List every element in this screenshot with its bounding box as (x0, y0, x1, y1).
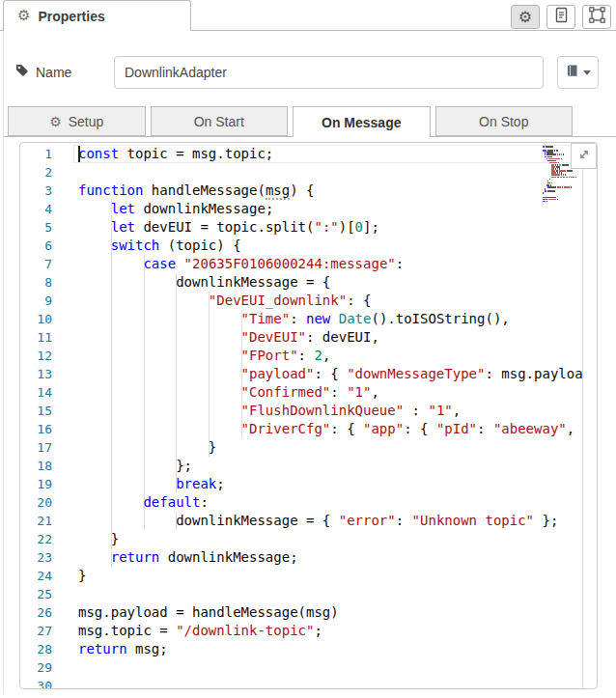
line-number[interactable]: 22 (20, 530, 52, 548)
minimap-bar (543, 201, 546, 203)
tab-label: On Start (194, 114, 244, 129)
minimap-line (543, 192, 544, 194)
code-line[interactable] (78, 677, 582, 689)
code-line[interactable]: let downlinkMessage; (78, 200, 582, 218)
minimap-bar (571, 177, 574, 179)
code-line[interactable] (78, 658, 582, 677)
code-line[interactable]: "Confirmed": "1", (78, 383, 582, 402)
code-text: msg.topic = "/downlink-topic"; (78, 623, 322, 638)
code-text: function handleMessage(msg) { (78, 182, 314, 198)
minimap-bar (546, 146, 553, 148)
line-number[interactable]: 24 (20, 567, 52, 585)
line-number[interactable]: 20 (20, 493, 52, 512)
line-number[interactable]: 18 (20, 457, 52, 475)
line-number[interactable]: 26 (20, 603, 52, 622)
library-button[interactable] (557, 56, 599, 89)
code-text: return downlinkMessage; (78, 549, 298, 565)
code-line[interactable] (78, 163, 582, 181)
code-line[interactable]: return msg; (78, 640, 582, 658)
properties-button[interactable]: ⚙ (511, 5, 540, 29)
line-number[interactable]: 7 (20, 255, 52, 273)
code-line[interactable]: } (78, 567, 582, 585)
code-line[interactable]: msg.payload = handleMessage(msg) (78, 603, 582, 622)
code-line[interactable]: break; (78, 475, 582, 493)
code-line[interactable]: "DriverCfg": { "app": { "pId": "abeeway"… (78, 420, 582, 438)
line-number[interactable]: 13 (20, 365, 52, 383)
code-line[interactable]: downlinkMessage = { "error": "Unknown to… (78, 512, 582, 530)
line-number[interactable]: 21 (20, 512, 52, 530)
code-line[interactable]: return downlinkMessage; (78, 548, 582, 567)
tab-on-start[interactable]: On Start (151, 106, 289, 136)
line-number[interactable]: 19 (20, 475, 52, 493)
line-number[interactable]: 11 (20, 328, 52, 347)
appearance-button[interactable] (582, 5, 611, 29)
code-line[interactable]: default: (78, 493, 582, 512)
function-tabs: ⚙SetupOn StartOn MessageOn Stop (8, 106, 573, 136)
expand-icon (576, 147, 592, 165)
properties-tab[interactable]: ⚙ Properties (3, 0, 191, 31)
code-line[interactable]: msg.topic = "/downlink-topic"; (78, 622, 582, 640)
code-line[interactable]: "FPort": 2, (78, 347, 582, 365)
minimap-line (547, 186, 572, 188)
code-line[interactable]: }; (78, 457, 582, 475)
minimap-bar (562, 164, 570, 166)
tab-setup[interactable]: ⚙Setup (8, 106, 146, 136)
minimap-bar (547, 186, 556, 188)
line-number[interactable]: 6 (20, 237, 52, 255)
tab-on-stop[interactable]: On Stop (435, 106, 574, 136)
line-number[interactable]: 28 (20, 640, 52, 658)
line-number[interactable]: 23 (20, 548, 52, 567)
code-line[interactable]: } (78, 438, 582, 457)
line-number[interactable]: 30 (20, 677, 52, 689)
code-line[interactable]: downlinkMessage = { (78, 273, 582, 292)
code-line[interactable]: const topic = msg.topic; (78, 145, 582, 163)
gear-icon: ⚙ (518, 10, 532, 25)
code-text: case "20635F0106000244:message": (78, 256, 404, 271)
appearance-icon (589, 7, 605, 27)
line-number[interactable]: 25 (20, 585, 52, 603)
line-number[interactable]: 10 (20, 310, 52, 328)
minimap-bar (549, 179, 550, 181)
line-number[interactable]: 14 (20, 383, 52, 402)
line-number[interactable]: 16 (20, 420, 52, 438)
code-line[interactable]: let devEUI = topic.split(":")[0]; (78, 218, 582, 237)
code-line[interactable]: } (78, 530, 582, 548)
line-number[interactable]: 29 (20, 658, 52, 677)
code-line[interactable]: "payload": { "downMessageType": msg.payl… (78, 365, 582, 383)
code-line[interactable]: "DevEUI_downlink": { (78, 292, 582, 310)
code-line[interactable]: function handleMessage(msg) { (78, 181, 582, 200)
code-text: } (78, 568, 86, 583)
line-number[interactable]: 1 (20, 145, 52, 163)
code-line[interactable]: "FlushDownlinkQueue" : "1", (78, 402, 582, 420)
line-number[interactable]: 27 (20, 622, 52, 640)
code-text: default: (78, 494, 209, 510)
code-line[interactable]: "Time": new Date().toISOString(), (78, 310, 582, 328)
code-editor[interactable]: 1234567891011121314151617181920212223242… (19, 142, 598, 689)
tab-label: On Stop (479, 114, 528, 129)
code-line[interactable] (78, 585, 582, 603)
code-line[interactable]: case "20635F0106000244:message": (78, 255, 582, 273)
line-number[interactable]: 15 (20, 402, 52, 420)
line-number[interactable]: 12 (20, 347, 52, 365)
line-number[interactable]: 5 (20, 218, 52, 237)
name-input[interactable] (114, 56, 544, 89)
panel-left-border (3, 31, 4, 694)
code-text: downlinkMessage = { "error": "Unknown to… (78, 513, 558, 528)
line-number[interactable]: 4 (20, 200, 52, 218)
description-button[interactable] (546, 5, 575, 29)
line-number[interactable]: 9 (20, 292, 52, 310)
line-number[interactable]: 3 (20, 181, 52, 200)
minimap-bar (562, 186, 563, 188)
name-label-text: Name (36, 65, 71, 80)
expand-editor-button[interactable] (571, 143, 597, 169)
minimap-bar (563, 177, 565, 179)
minimap-bar (561, 158, 562, 160)
tab-on-message[interactable]: On Message (293, 106, 431, 137)
code-line[interactable]: "DevEUI": devEUI, (78, 328, 582, 347)
code-line[interactable]: switch (topic) { (78, 237, 582, 255)
scrollbar-track[interactable] (582, 143, 583, 688)
minimap-bar (543, 146, 545, 148)
line-number[interactable]: 8 (20, 273, 52, 292)
line-number[interactable]: 2 (20, 163, 52, 181)
line-number[interactable]: 17 (20, 438, 52, 457)
